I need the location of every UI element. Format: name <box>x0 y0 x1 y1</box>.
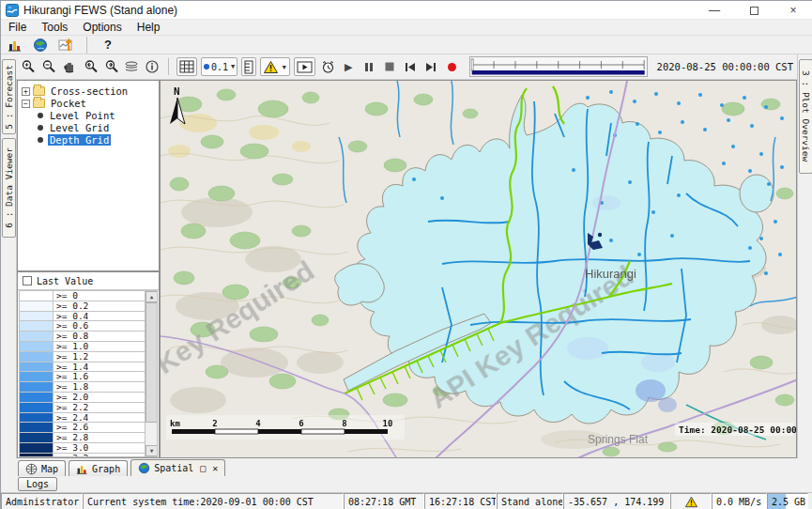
time-slider-track <box>470 57 646 76</box>
legend-threshold-label: >= 0.2 <box>54 301 88 311</box>
warnings-dropdown[interactable]: ▼ <box>260 57 290 76</box>
legend-row[interactable]: >= 0.2 <box>20 301 145 312</box>
record-button[interactable] <box>443 58 460 75</box>
legend-table: >= 0 >= 0.2 >= 0.4 >= 0.6 <box>19 290 158 457</box>
grid-display-button[interactable] <box>176 57 197 76</box>
legend-row[interactable]: >= 3.2 <box>20 454 145 457</box>
maximize-icon <box>750 7 758 15</box>
legend-threshold-label: >= 1.6 <box>54 372 88 381</box>
title-bar: Hikurangi FEWS (Stand alone) — × <box>1 1 812 20</box>
zoom-in-button[interactable] <box>20 58 37 75</box>
tab-plot-overview[interactable]: 3 : Plot Overview <box>799 59 812 174</box>
scale-bar: km 2 4 6 8 10 <box>166 415 405 440</box>
pan-button[interactable] <box>61 58 78 75</box>
expand-icon[interactable]: + <box>22 87 30 96</box>
zoom-out-button[interactable] <box>40 58 57 75</box>
node-bullet-icon <box>38 137 43 143</box>
scroll-down-icon[interactable]: ▼ <box>146 445 158 456</box>
gauge-ruler-icon <box>244 60 253 74</box>
time-slider[interactable] <box>469 56 647 77</box>
legend-rows: >= 0 >= 0.2 >= 0.4 >= 0.6 <box>20 291 145 457</box>
warning-icon <box>263 60 279 74</box>
stop-icon <box>385 62 394 71</box>
minimize-button[interactable]: — <box>695 1 734 20</box>
zoom-previous-button[interactable] <box>82 58 99 75</box>
stop-button[interactable] <box>381 58 398 75</box>
legend-row[interactable]: >= 2.2 <box>20 403 145 413</box>
close-button[interactable]: × <box>774 1 812 20</box>
last-value-checkbox[interactable] <box>23 276 32 285</box>
zoom-next-button[interactable] <box>102 58 119 75</box>
scroll-up-icon[interactable]: ▲ <box>146 291 158 302</box>
fews-logo-icon <box>6 4 19 17</box>
animation-settings-button[interactable] <box>319 58 336 75</box>
right-tab-strip: 3 : Plot Overview <box>797 54 812 458</box>
map-toolbar: 0.1 ▼ ▼ ▶ <box>1 54 797 80</box>
menu-file[interactable]: File <box>1 20 34 36</box>
tab-graph[interactable]: Graph <box>69 460 128 476</box>
tab-forecast[interactable]: 5 : Forecast <box>2 59 16 134</box>
collapse-icon[interactable]: − <box>22 100 30 108</box>
legend-scrollbar[interactable]: ▲ ▼ <box>145 291 157 456</box>
tab-spatial[interactable]: Spatial □ ✕ <box>130 459 225 476</box>
status-mode: Stand alone <box>497 493 563 509</box>
legend-color-swatch <box>20 403 54 412</box>
maximize-button[interactable] <box>734 1 774 20</box>
tab-map[interactable]: Map <box>18 460 66 476</box>
legend-row[interactable]: >= 1.2 <box>20 352 145 362</box>
zoom-in-icon <box>21 59 36 74</box>
scale-legend-button[interactable] <box>241 57 256 76</box>
legend-color-swatch <box>20 372 54 381</box>
play-button[interactable]: ▶ <box>340 58 357 75</box>
status-warning-cell[interactable] <box>670 493 712 509</box>
legend-threshold-label: >= 3.0 <box>54 443 88 453</box>
logs-button[interactable]: Logs <box>18 477 57 491</box>
legend-color-swatch <box>20 332 54 341</box>
legend-color-swatch <box>20 342 54 351</box>
first-frame-button[interactable] <box>402 58 419 75</box>
folder-icon <box>33 99 45 108</box>
legend-color-swatch <box>20 423 54 432</box>
tree-item-cross-section[interactable]: + Cross-section <box>22 85 159 97</box>
status-warning-icon <box>684 496 698 508</box>
folder-icon <box>33 86 45 96</box>
menu-tools[interactable]: Tools <box>34 20 75 36</box>
timeseries-chart-button[interactable] <box>7 37 23 54</box>
legend-threshold-label: >= 2.4 <box>54 413 88 423</box>
tab-close-icon[interactable]: ✕ <box>212 463 218 473</box>
legend-color-swatch <box>20 312 54 321</box>
logs-bar: Logs <box>1 476 812 493</box>
contour-interval-dropdown[interactable]: 0.1 ▼ <box>201 57 237 76</box>
last-frame-button[interactable] <box>422 58 439 75</box>
record-icon <box>448 63 456 71</box>
help-button[interactable]: ? <box>100 37 116 54</box>
last-value-option[interactable]: Last Value <box>18 272 159 290</box>
spatial-map-view[interactable]: API Key Required API Key Required <box>160 80 797 458</box>
forecast-chart-button[interactable] <box>57 37 74 54</box>
svg-text:4: 4 <box>255 419 261 428</box>
display-tabs-bar: Map Graph Spatial □ ✕ <box>1 458 812 476</box>
application-window: Hikurangi FEWS (Stand alone) — × File To… <box>0 0 812 509</box>
map-display-button[interactable] <box>32 37 49 54</box>
scrollbar-thumb[interactable] <box>146 302 158 423</box>
place-label: Springs Flat <box>588 433 649 446</box>
tree-item-level-grid[interactable]: Level Grid <box>22 122 159 133</box>
tree-item-pocket[interactable]: − Pocket <box>22 98 159 109</box>
tab-maximize-icon[interactable]: □ <box>200 463 206 473</box>
status-local-time: 16:27:18 CST <box>424 493 497 509</box>
tree-item-level-point[interactable]: Level Point <box>22 110 159 121</box>
animation-dialog-button[interactable] <box>294 57 315 76</box>
menu-help[interactable]: Help <box>130 20 168 36</box>
legend-color-swatch <box>20 362 54 372</box>
menu-options[interactable]: Options <box>75 20 129 36</box>
tree-item-depth-grid[interactable]: Depth Grid <box>22 134 159 146</box>
bar-chart-icon <box>76 463 88 475</box>
chevron-down-icon: ▼ <box>281 64 287 70</box>
pause-button[interactable] <box>360 58 377 75</box>
skip-end-icon <box>425 62 437 72</box>
info-button[interactable] <box>144 58 161 75</box>
menu-bar: File Tools Options Help <box>1 20 812 36</box>
layers-button[interactable] <box>123 58 140 75</box>
legend-color-swatch <box>20 433 54 442</box>
tab-data-viewer[interactable]: 6 : Data Viewer <box>2 138 16 238</box>
